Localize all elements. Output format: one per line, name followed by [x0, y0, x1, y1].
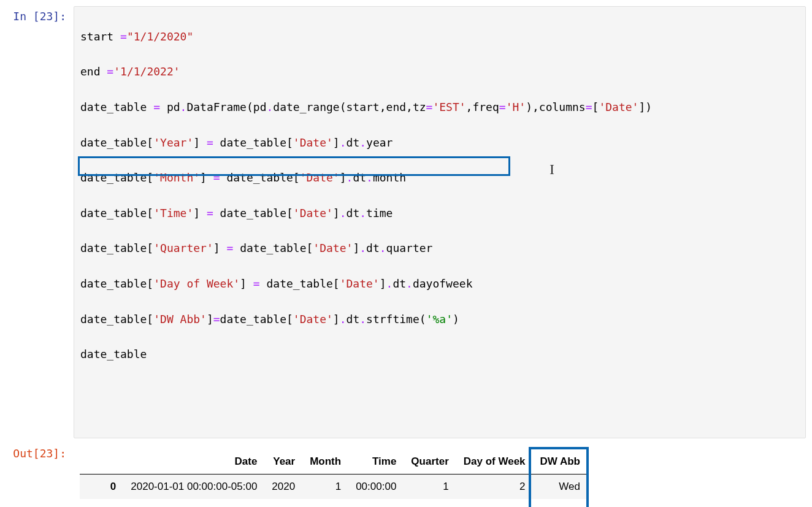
output-cell: Out[23]: Date Year Month Time Quarter Da…: [6, 443, 806, 507]
col-year: Year: [264, 449, 302, 475]
col-date: Date: [123, 449, 264, 475]
code-line-10: date_table: [80, 346, 799, 364]
code-line-1: start ="1/1/2020": [80, 28, 799, 46]
output-area: Date Year Month Time Quarter Day of Week…: [74, 443, 806, 507]
table-header: Date Year Month Time Quarter Day of Week…: [80, 449, 588, 475]
table-body: 02020-01-01 00:00:00-05:002020100:00:001…: [80, 475, 588, 507]
col-quarter: Quarter: [404, 449, 456, 475]
dataframe-table: Date Year Month Time Quarter Day of Week…: [80, 449, 588, 507]
code-line-4: date_table['Year'] = date_table['Date'].…: [80, 134, 799, 152]
output-prompt: Out[23]:: [6, 443, 74, 507]
code-line-5: date_table['Month'] = date_table['Date']…: [80, 169, 799, 187]
code-line-6: date_table['Time'] = date_table['Date'].…: [80, 205, 799, 223]
col-dayofweek: Day of Week: [456, 449, 533, 475]
col-month: Month: [302, 449, 348, 475]
col-time: Time: [348, 449, 404, 475]
code-line-2: end ='1/1/2022': [80, 63, 799, 81]
input-prompt: In [23]:: [6, 6, 74, 438]
col-dwabb: DW Abb: [533, 449, 588, 475]
table-wrapper: Date Year Month Time Quarter Day of Week…: [80, 447, 588, 507]
table-row: 02020-01-01 00:00:00-05:002020100:00:001…: [80, 475, 588, 500]
col-index: [80, 449, 123, 475]
code-input-area[interactable]: start ="1/1/2020" end ='1/1/2022' date_t…: [74, 6, 806, 438]
code-line-9: date_table['DW Abb']=date_table['Date'].…: [80, 311, 799, 329]
table-header-row: Date Year Month Time Quarter Day of Week…: [80, 449, 588, 475]
code-line-7: date_table['Quarter'] = date_table['Date…: [80, 240, 799, 257]
table-row: 12020-01-01 01:00:00-05:002020101:00:001…: [80, 499, 588, 507]
code-line-3: date_table = pd.DataFrame(pd.date_range(…: [80, 99, 799, 116]
input-cell: In [23]: start ="1/1/2020" end ='1/1/202…: [6, 6, 806, 438]
code-line-8: date_table['Day of Week'] = date_table['…: [80, 275, 799, 293]
